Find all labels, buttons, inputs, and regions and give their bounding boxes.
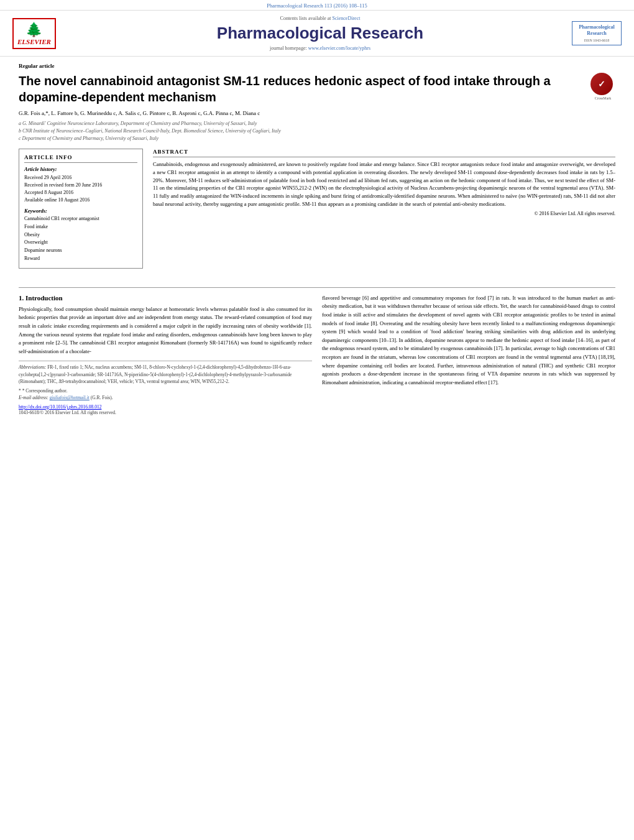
abstract-copyright: © 2016 Elsevier Ltd. All rights reserved… xyxy=(153,211,615,216)
journal-logo-subtitle: ISSN 1043-6618 xyxy=(575,39,618,42)
section-divider xyxy=(19,287,615,288)
main-left-col: 1. Introduction Physiologically, food co… xyxy=(19,294,312,415)
elsevier-tree-icon: 🌲 xyxy=(17,22,51,38)
journal-logo-box: PharmacologicalResearch ISSN 1043-6618 xyxy=(572,21,622,45)
keyword-5: Dopamine neurons xyxy=(24,247,137,255)
article-history-label: Article history: xyxy=(24,166,137,172)
article-info-box: ARTICLE INFO Article history: Received 2… xyxy=(19,149,143,269)
contents-available-text: Contents lists available at ScienceDirec… xyxy=(68,16,572,21)
abstract-col: ABSTRACT Cannabinoids, endogenous and ex… xyxy=(153,149,615,275)
corresponding-label: * Corresponding author. xyxy=(22,388,68,394)
keyword-2: Food intake xyxy=(24,223,137,231)
science-direct-link[interactable]: ScienceDirect xyxy=(333,16,361,21)
affiliation-a: a G. Minardi' Cognitive Neuroscience Lab… xyxy=(19,120,615,127)
homepage-link[interactable]: www.elsevier.com/locate/yphrs xyxy=(308,45,370,51)
article-info-col: ARTICLE INFO Article history: Received 2… xyxy=(19,149,143,275)
available-online-date: Available online 10 August 2016 xyxy=(24,196,137,204)
article-info-abstract: ARTICLE INFO Article history: Received 2… xyxy=(19,149,615,275)
footnote-section: Abbreviations: FR-1, fixed ratio 1; NAc,… xyxy=(19,361,312,415)
abstract-text: Cannabinoids, endogenous and exogenously… xyxy=(153,160,615,208)
article-title: The novel cannabinoid antagonist SM-11 r… xyxy=(19,73,584,105)
keyword-3: Obesity xyxy=(24,231,137,239)
journal-homepage: journal homepage: www.elsevier.com/locat… xyxy=(68,45,572,51)
article-type-label: Regular article xyxy=(19,63,615,69)
affiliations: a G. Minardi' Cognitive Neuroscience Lab… xyxy=(19,120,615,142)
email-suffix: (G.R. Fois). xyxy=(91,395,113,400)
crossmark-label: CrossMark xyxy=(590,96,615,100)
main-right-col: flavored beverage [6] and appetitive and… xyxy=(322,294,615,415)
journal-logo-title: PharmacologicalResearch xyxy=(575,24,618,36)
journal-header: 🌲 ELSEVIER Contents lists available at S… xyxy=(0,11,634,57)
affiliation-b: b CNR Institute of Neuroscience–Cagliari… xyxy=(19,127,615,135)
issn-line: 1043-6618/© 2016 Elsevier Ltd. All right… xyxy=(19,410,312,415)
keyword-6: Reward xyxy=(24,255,137,263)
doi-link[interactable]: http://dx.doi.org/10.1016/j.phrs.2016.08… xyxy=(19,404,101,410)
journal-header-center: Contents lists available at ScienceDirec… xyxy=(68,16,572,51)
abstract-section: ABSTRACT Cannabinoids, endogenous and ex… xyxy=(153,149,615,216)
received-date: Received 29 April 2016 xyxy=(24,174,137,182)
keywords-label: Keywords: xyxy=(24,208,137,214)
crossmark-logo: ✓ CrossMark xyxy=(590,73,615,100)
crossmark-icon: ✓ xyxy=(590,73,613,95)
main-content: 1. Introduction Physiologically, food co… xyxy=(0,294,634,415)
accepted-date: Accepted 8 August 2016 xyxy=(24,189,137,196)
email-line: E-mail address: giuliafois@hotmail.it (G… xyxy=(19,394,312,401)
article-section: Regular article The novel cannabinoid an… xyxy=(0,57,634,281)
elsevier-logo: 🌲 ELSEVIER xyxy=(12,18,68,49)
abbreviations: Abbreviations: FR-1, fixed ratio 1; NAc,… xyxy=(19,364,312,385)
keyword-1: Cannabinoid CB1 receptor antagonist xyxy=(24,215,137,223)
email-label: E-mail address: xyxy=(19,395,48,400)
journal-title: Pharmacological Research xyxy=(68,24,572,43)
doi-line: http://dx.doi.org/10.1016/j.phrs.2016.08… xyxy=(19,404,312,410)
authors: G.R. Fois a,*, L. Fattore b, G. Murinedd… xyxy=(19,110,615,116)
abstract-header: ABSTRACT xyxy=(153,149,615,157)
received-revised-date: Received in revised form 20 June 2016 xyxy=(24,182,137,189)
journal-citation: Pharmacological Research 113 (2016) 108–… xyxy=(267,2,367,9)
keyword-4: Overweight xyxy=(24,239,137,247)
abbreviations-text: FR-1, fixed ratio 1; NAc, nucleus accumb… xyxy=(19,364,292,384)
intro-paragraph-1: Physiologically, food consumption should… xyxy=(19,305,312,356)
corresponding-author: * * Corresponding author. xyxy=(19,387,312,394)
top-bar: Pharmacological Research 113 (2016) 108–… xyxy=(0,0,634,11)
introduction-title: 1. Introduction xyxy=(19,294,312,302)
intro-paragraph-2: flavored beverage [6] and appetitive and… xyxy=(322,294,615,387)
elsevier-label: ELSEVIER xyxy=(17,38,51,45)
article-header: The novel cannabinoid antagonist SM-11 r… xyxy=(19,73,615,105)
email-link[interactable]: giuliafois@hotmail.it xyxy=(50,395,90,400)
affiliation-c: c Department of Chemistry and Pharmacy, … xyxy=(19,135,615,142)
abbreviations-label: Abbreviations: xyxy=(19,364,46,370)
article-info-header: ARTICLE INFO xyxy=(24,154,137,163)
